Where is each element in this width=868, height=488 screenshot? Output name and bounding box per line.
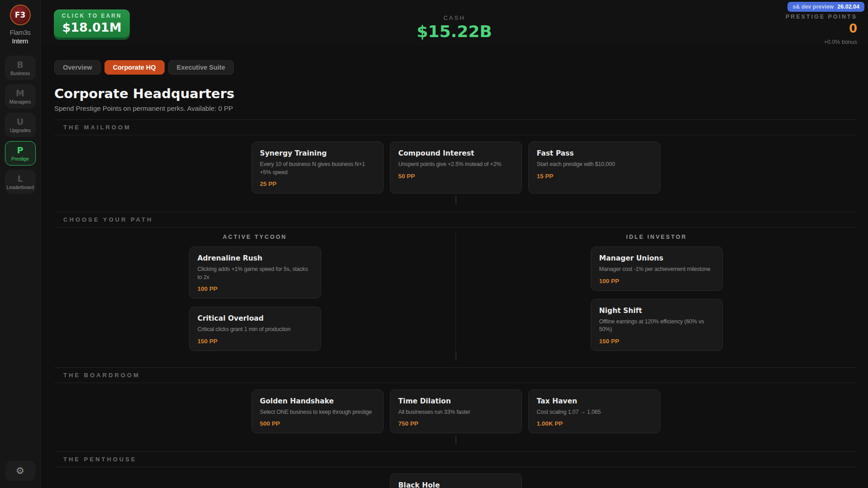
prestige-bonus: +0.0% bonus — [786, 39, 857, 45]
prestige-points-display: PRESTIGE POINTS 0 +0.0% bonus — [786, 14, 857, 45]
prestige-icon: P — [17, 145, 24, 155]
perk-title: Time Dilation — [398, 397, 513, 405]
perk-description: Start each prestige with $10,000 — [537, 161, 652, 169]
company-logo: F3 — [10, 5, 31, 25]
perk-description: Manager cost -1% per achievement milesto… — [599, 265, 714, 274]
sidebar-item-business[interactable]: B Business — [5, 56, 36, 80]
sidebar-item-label: Upgrades — [9, 128, 30, 133]
sidebar: F3 Flam3s Intern B Business M Managers U… — [0, 0, 41, 488]
main-content: Overview Corporate HQ Executive Suite Co… — [41, 45, 868, 488]
boardroom-cards: Golden Handshake Select ONE business to … — [54, 383, 857, 436]
upgrades-icon: U — [17, 117, 24, 127]
perk-description: Cost scaling 1.07 → 1.065 — [537, 408, 652, 417]
column-header-idle-investor: IDLE INVESTOR — [626, 234, 687, 240]
perk-card-black-hole[interactable]: Black Hole +1% to all perk effects per l… — [390, 474, 522, 488]
player-name: Flam3s — [10, 29, 31, 36]
perk-card-fast-pass[interactable]: Fast Pass Start each prestige with $10,0… — [528, 142, 660, 194]
perk-card-compound-interest[interactable]: Compound Interest Unspent points give +2… — [390, 142, 522, 194]
perk-cost: 15 PP — [537, 173, 652, 180]
perk-card-synergy-training[interactable]: Synergy Training Every 10 of business N … — [251, 142, 384, 194]
perk-title: Fast Pass — [537, 149, 652, 157]
tree-connector — [455, 196, 456, 204]
perk-title: Golden Handshake — [260, 397, 375, 405]
prestige-points-label: PRESTIGE POINTS — [786, 14, 857, 20]
logo-text: F3 — [15, 10, 25, 19]
topbar: CLICK TO EARN $18.01M CASH $15.22B s& de… — [41, 0, 868, 45]
tab-executive-suite[interactable]: Executive Suite — [168, 60, 234, 75]
tab-corporate-hq[interactable]: Corporate HQ — [104, 60, 165, 75]
perk-cost: 25 PP — [260, 180, 375, 187]
cash-value: $15.22B — [417, 22, 492, 41]
sidebar-item-managers[interactable]: M Managers — [5, 84, 36, 109]
active-tycoon-column: ACTIVE TYCOON Adrenaline Rush Clicking a… — [54, 232, 455, 351]
sidebar-item-label: Managers — [9, 99, 31, 104]
tree-connector — [455, 352, 456, 360]
sidebar-item-label: Business — [10, 71, 30, 76]
perk-description: Offline earnings at 120% efficiency (60%… — [599, 318, 714, 334]
perk-title: Night Shift — [599, 307, 714, 315]
section-header-penthouse: THE PENTHOUSE — [54, 451, 857, 467]
perk-title: Black Hole — [398, 481, 513, 488]
settings-button[interactable]: ⚙ — [5, 461, 35, 481]
dev-badge-version: 26.02.04 — [837, 4, 859, 10]
earn-button-amount: $18.01M — [62, 20, 121, 34]
game-window: F3 Flam3s Intern B Business M Managers U… — [0, 0, 868, 488]
sidebar-item-leaderboard[interactable]: L Leaderboard — [5, 170, 36, 194]
section-header-choose-path: CHOOSE YOUR PATH — [54, 212, 857, 227]
dev-preview-badge: s& dev preview 26.02.04 — [787, 2, 864, 12]
perk-title: Synergy Training — [260, 149, 375, 157]
penthouse-cards: Black Hole +1% to all perk effects per l… — [54, 467, 857, 488]
click-to-earn-button[interactable]: CLICK TO EARN $18.01M — [54, 9, 130, 38]
mailroom-cards: Synergy Training Every 10 of business N … — [54, 135, 857, 195]
perk-description: All businesses run 33% faster — [398, 408, 513, 417]
perk-card-critical-overload[interactable]: Critical Overload Critical clicks grant … — [189, 307, 321, 351]
perk-description: Critical clicks grant 1 min of productio… — [198, 326, 313, 334]
player-rank: Intern — [12, 38, 28, 45]
perk-description: Clicking adds +1% game speed for 5s, sta… — [198, 265, 313, 281]
path-columns: ACTIVE TYCOON Adrenaline Rush Clicking a… — [54, 227, 857, 351]
perk-card-time-dilation[interactable]: Time Dilation All businesses run 33% fas… — [390, 389, 522, 434]
perk-description: Select ONE business to keep through pres… — [260, 408, 375, 417]
perk-cost: 100 PP — [198, 285, 313, 292]
idle-investor-column: IDLE INVESTOR Manager Unions Manager cos… — [456, 232, 857, 351]
perk-title: Critical Overload — [198, 314, 313, 322]
perk-description: Every 10 of business N gives business N+… — [260, 161, 375, 176]
managers-icon: M — [16, 88, 24, 98]
perk-title: Compound Interest — [398, 149, 513, 157]
earn-button-label: CLICK TO EARN — [62, 13, 122, 19]
perk-title: Tax Haven — [537, 397, 652, 405]
leaderboard-icon: L — [17, 174, 23, 184]
sidebar-item-label: Leaderboard — [6, 185, 33, 190]
section-header-mailroom: THE MAILROOM — [54, 119, 857, 135]
perk-card-golden-handshake[interactable]: Golden Handshake Select ONE business to … — [251, 389, 384, 434]
cash-label: CASH — [417, 14, 492, 21]
sidebar-item-prestige[interactable]: P Prestige — [5, 141, 36, 166]
business-icon: B — [17, 60, 23, 70]
perk-card-tax-haven[interactable]: Tax Haven Cost scaling 1.07 → 1.065 1.00… — [528, 389, 660, 434]
perk-cost: 50 PP — [398, 173, 513, 180]
tree-connector — [455, 436, 456, 444]
page-subtitle: Spend Prestige Points on permanent perks… — [54, 104, 857, 112]
gear-icon: ⚙ — [16, 466, 24, 476]
column-header-active-tycoon: ACTIVE TYCOON — [223, 234, 287, 240]
perk-cost: 500 PP — [260, 420, 375, 427]
active-tycoon-cards: Adrenaline Rush Clicking adds +1% game s… — [189, 246, 321, 351]
page-title: Corporate Headquarters — [54, 86, 857, 101]
perk-card-manager-unions[interactable]: Manager Unions Manager cost -1% per achi… — [591, 246, 723, 291]
perk-cost: 1.00K PP — [537, 420, 652, 427]
dev-badge-label: s& dev preview — [792, 4, 834, 10]
perk-cost: 150 PP — [599, 338, 714, 345]
perk-title: Manager Unions — [599, 254, 714, 262]
section-header-boardroom: THE BOARDROOM — [54, 367, 857, 383]
perk-title: Adrenaline Rush — [198, 254, 313, 262]
cash-display: CASH $15.22B — [417, 14, 492, 41]
perk-card-adrenaline-rush[interactable]: Adrenaline Rush Clicking adds +1% game s… — [189, 246, 321, 298]
sidebar-item-label: Prestige — [11, 156, 29, 161]
perk-cost: 750 PP — [398, 420, 513, 427]
sidebar-nav: B Business M Managers U Upgrades P Prest… — [5, 56, 36, 194]
perk-card-night-shift[interactable]: Night Shift Offline earnings at 120% eff… — [591, 299, 723, 351]
sidebar-item-upgrades[interactable]: U Upgrades — [5, 113, 36, 137]
tab-overview[interactable]: Overview — [54, 60, 101, 75]
perk-cost: 100 PP — [599, 278, 714, 284]
tab-bar: Overview Corporate HQ Executive Suite — [54, 60, 857, 75]
